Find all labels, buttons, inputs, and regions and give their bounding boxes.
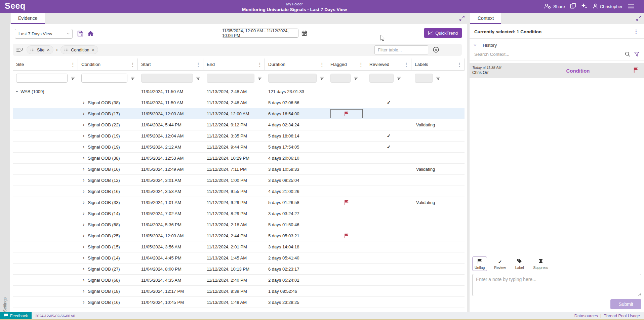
table-row[interactable]: ›Signal OOB (19)11/05/2024, 12:04 AM11/1… xyxy=(13,130,465,142)
note-textarea[interactable] xyxy=(472,274,641,296)
column-menu-icon[interactable]: ⋮ xyxy=(402,62,411,67)
collapse-chevron-icon[interactable]: › xyxy=(14,90,20,92)
table-row[interactable]: ›Signal OOB (68)11/04/2024, 5:36 PM11/13… xyxy=(13,219,465,230)
table-row[interactable]: ›Signal OOB (15)11/05/2024, 3:56 AM11/12… xyxy=(13,241,465,252)
settings-vertical-tab[interactable]: Settings xyxy=(3,15,7,312)
group-pill-site[interactable]: Site × xyxy=(27,45,53,54)
expand-chevron-icon[interactable]: › xyxy=(83,288,84,294)
clear-filters-icon[interactable] xyxy=(433,47,439,53)
tab-evidence[interactable]: Evidence xyxy=(11,13,45,24)
expand-chevron-icon[interactable]: › xyxy=(83,166,84,172)
search-context-input[interactable] xyxy=(474,52,621,57)
history-item[interactable]: Today at 11:35 AM Chris Orr Condition xyxy=(470,63,644,78)
home-icon[interactable] xyxy=(87,31,94,38)
filter-funnel-icon[interactable] xyxy=(130,76,135,80)
expand-chevron-icon[interactable]: › xyxy=(83,122,84,127)
search-icon[interactable] xyxy=(625,51,630,57)
my-folder-link[interactable]: My Folder xyxy=(286,2,303,7)
group-pill-condition[interactable]: Condition × xyxy=(61,45,98,54)
label-button[interactable]: Label xyxy=(513,256,526,271)
ai-assistant-button[interactable] xyxy=(581,3,588,10)
flag-icon[interactable] xyxy=(344,233,349,238)
filter-funnel-icon[interactable] xyxy=(71,76,75,80)
expand-chevron-icon[interactable]: › xyxy=(83,177,84,183)
table-row[interactable]: ›WAB (1009)11/04/2024, 11:50 AM11/13/202… xyxy=(13,86,465,97)
save-view-icon[interactable] xyxy=(77,31,83,38)
date-range-input[interactable]: 11/05/2024, 12:00 AM - 11/12/2024, 10:06… xyxy=(222,29,298,38)
table-row[interactable]: ›Signal OOB (19)11/05/2024, 2:12 AM11/12… xyxy=(13,142,465,153)
site-filter-input[interactable] xyxy=(16,74,68,83)
review-button[interactable]: ✓ Review xyxy=(492,257,508,271)
calendar-icon[interactable] xyxy=(301,30,307,36)
expand-chevron-icon[interactable]: › xyxy=(83,144,84,150)
quicktrend-button[interactable]: QuickTrend xyxy=(424,28,462,38)
column-menu-icon[interactable]: ⋮ xyxy=(356,62,366,67)
context-menu-icon[interactable]: ⋮ xyxy=(634,29,639,35)
expand-chevron-icon[interactable]: › xyxy=(83,111,84,116)
user-menu[interactable]: Christopher xyxy=(593,3,622,10)
expand-panel-icon[interactable] xyxy=(459,16,465,22)
thread-pool-usage-link[interactable]: Thread Pool Usage xyxy=(604,314,640,318)
table-row[interactable]: ›Signal OOB (18)11/05/2024, 12:17 PM11/1… xyxy=(13,286,465,297)
filter-funnel-icon[interactable] xyxy=(320,76,324,80)
hamburger-menu-button[interactable] xyxy=(628,4,635,9)
column-menu-icon[interactable]: ⋮ xyxy=(128,62,137,67)
expand-chevron-icon[interactable]: › xyxy=(83,233,84,238)
filter-table-input[interactable] xyxy=(374,45,428,54)
table-row[interactable]: ›Signal OOB (17)11/05/2024, 12:03 AM11/1… xyxy=(13,108,465,119)
column-menu-icon[interactable]: ⋮ xyxy=(255,62,265,67)
condition-filter-input[interactable] xyxy=(81,74,127,83)
remove-group-icon[interactable]: × xyxy=(47,47,49,52)
expand-chevron-icon[interactable]: › xyxy=(83,277,84,283)
feedback-button[interactable]: Feedback xyxy=(0,312,32,319)
history-section-header[interactable]: › History xyxy=(470,39,644,51)
table-row[interactable]: ›Signal OOB (16)11/05/2024, 12:49 AM11/1… xyxy=(13,164,465,175)
table-row[interactable]: ›Signal OOB (33)11/05/2024, 1:01 AM11/12… xyxy=(13,197,465,208)
table-row[interactable]: ›Signal OOB (16)11/05/2024, 3:53 AM11/12… xyxy=(13,186,465,197)
expand-chevron-icon[interactable]: › xyxy=(83,189,84,194)
expand-chevron-icon[interactable]: › xyxy=(83,133,84,138)
table-row[interactable]: ›Signal OOB (25)11/05/2024, 12:03 AM11/1… xyxy=(13,230,465,241)
tab-context[interactable]: Context xyxy=(470,13,501,24)
expand-chevron-icon[interactable]: › xyxy=(83,211,84,216)
flag-icon[interactable] xyxy=(344,111,349,116)
remove-group-icon[interactable]: × xyxy=(92,47,94,52)
expand-chevron-icon[interactable]: › xyxy=(83,255,84,261)
column-menu-icon[interactable]: ⋮ xyxy=(68,62,78,67)
table-row[interactable]: ›Signal OOB (38)11/04/2024, 11:50 AM11/1… xyxy=(13,97,465,108)
submit-button[interactable]: Submit xyxy=(610,299,641,309)
expand-chevron-icon[interactable]: › xyxy=(83,244,84,249)
column-menu-icon[interactable]: ⋮ xyxy=(194,62,203,67)
table-row[interactable]: ›Signal OOB (68)11/05/2024, 4:35 AM11/12… xyxy=(13,275,465,286)
datasources-link[interactable]: Datasources xyxy=(574,314,598,318)
seeq-logo[interactable]: Seeq xyxy=(0,1,26,12)
worksheets-button[interactable] xyxy=(570,3,576,10)
table-row[interactable]: ›Signal OOB (14)11/05/2024, 7:02 AM11/12… xyxy=(13,208,465,219)
flag-cell-focus[interactable] xyxy=(330,109,363,118)
table-row[interactable]: ›Signal OOB (16)11/04/2024, 10:45 PM11/1… xyxy=(13,297,465,308)
filter-funnel-icon[interactable] xyxy=(397,76,401,80)
filter-funnel-icon[interactable] xyxy=(354,76,358,80)
expand-chevron-icon[interactable]: › xyxy=(83,100,84,105)
filter-funnel-icon[interactable] xyxy=(634,52,639,56)
filter-funnel-icon[interactable] xyxy=(436,76,440,80)
unflag-button[interactable]: Unflag xyxy=(472,256,487,271)
filter-funnel-icon[interactable] xyxy=(196,76,200,80)
expand-chevron-icon[interactable]: › xyxy=(83,155,84,161)
group-columns-icon[interactable] xyxy=(16,47,23,52)
view-select[interactable]: Last 7 Days View › xyxy=(15,29,73,39)
expand-chevron-icon[interactable]: › xyxy=(83,222,84,227)
share-button[interactable]: Share xyxy=(544,3,565,10)
expand-panel-icon[interactable] xyxy=(636,16,641,22)
table-row[interactable]: ›Signal OOB (22)11/04/2024, 5:44 PM11/12… xyxy=(13,119,465,130)
table-row[interactable]: ›Signal OOB (27)11/04/2024, 8:00 PM11/12… xyxy=(13,264,465,275)
column-menu-icon[interactable]: ⋮ xyxy=(317,62,327,67)
table-row[interactable]: ›Signal OOB (14)11/04/2024, 4:45 PM11/13… xyxy=(13,252,465,264)
column-menu-icon[interactable]: ⋮ xyxy=(455,62,464,67)
table-row[interactable]: ›Signal OOB (38)11/05/2024, 12:53 AM11/1… xyxy=(13,153,465,164)
expand-chevron-icon[interactable]: › xyxy=(83,299,84,305)
expand-chevron-icon[interactable]: › xyxy=(83,266,84,272)
expand-chevron-icon[interactable]: › xyxy=(83,200,84,205)
filter-funnel-icon[interactable] xyxy=(257,76,262,80)
flag-icon[interactable] xyxy=(344,200,349,205)
